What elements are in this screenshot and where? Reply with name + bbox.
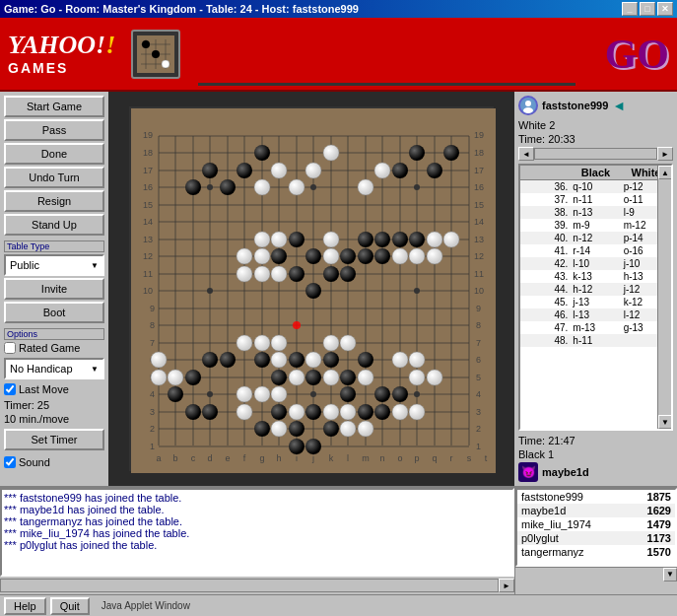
svg-text:19: 19 bbox=[143, 130, 153, 140]
svg-point-165 bbox=[271, 163, 287, 178]
chat-scroll-btn[interactable]: ► bbox=[499, 579, 514, 592]
done-button[interactable]: Done bbox=[4, 143, 104, 165]
chat-message-5: *** p0lyglut has joined the table. bbox=[4, 539, 510, 551]
svg-point-138 bbox=[409, 232, 425, 247]
svg-point-178 bbox=[323, 232, 339, 247]
status-bar: Java Applet Window bbox=[102, 600, 190, 611]
svg-text:7: 7 bbox=[150, 338, 155, 348]
svg-point-162 bbox=[168, 386, 183, 402]
invite-button[interactable]: Invite bbox=[4, 278, 104, 300]
svg-text:o: o bbox=[397, 453, 402, 463]
svg-point-180 bbox=[392, 248, 408, 264]
go-title: GO bbox=[605, 31, 669, 78]
svg-text:8: 8 bbox=[476, 320, 481, 330]
svg-point-154 bbox=[305, 404, 321, 420]
table-type-value: Public bbox=[10, 259, 39, 271]
pass-button[interactable]: Pass bbox=[4, 119, 104, 141]
help-button[interactable]: Help bbox=[4, 597, 46, 615]
table-type-dropdown[interactable]: Public ▼ bbox=[4, 254, 104, 276]
svg-point-163 bbox=[185, 370, 201, 385]
moves-scroll-controls: ◄ ► bbox=[518, 147, 673, 161]
svg-text:4: 4 bbox=[476, 389, 481, 399]
chat-box: *** faststone999 has joined the table. *… bbox=[0, 488, 514, 577]
players-scroll-down[interactable]: ▼ bbox=[663, 568, 677, 582]
svg-text:d: d bbox=[207, 453, 212, 463]
boot-button[interactable]: Boot bbox=[4, 302, 104, 323]
svg-point-149 bbox=[374, 404, 390, 420]
player-name-cell: mike_liu_1974 bbox=[521, 518, 591, 530]
close-button[interactable]: ✕ bbox=[657, 2, 673, 16]
svg-text:k: k bbox=[329, 453, 334, 463]
moves-scrollbar[interactable]: ▲ ▼ bbox=[657, 166, 671, 429]
moves-scroll-up[interactable]: ▲ bbox=[658, 166, 672, 179]
svg-point-133 bbox=[358, 248, 373, 264]
go-board[interactable]: a b c d e f g h i j k l m n o bbox=[129, 106, 494, 471]
svg-point-51 bbox=[414, 184, 420, 190]
handicap-dropdown[interactable]: No Handicap ▼ bbox=[4, 358, 104, 379]
minimize-button[interactable]: _ bbox=[622, 2, 638, 16]
player-name-cell: maybe1d bbox=[521, 505, 566, 516]
stand-up-button[interactable]: Stand Up bbox=[4, 214, 104, 236]
svg-point-153 bbox=[289, 421, 305, 437]
quit-button[interactable]: Quit bbox=[50, 597, 90, 615]
undo-turn-button[interactable]: Undo Turn bbox=[4, 167, 104, 188]
set-timer-button[interactable]: Set Timer bbox=[4, 429, 104, 450]
svg-text:15: 15 bbox=[143, 200, 153, 210]
player-score-cell: 1173 bbox=[647, 532, 671, 544]
svg-text:18: 18 bbox=[143, 148, 153, 158]
handicap-value: No Handicap bbox=[10, 363, 73, 375]
svg-point-143 bbox=[323, 352, 339, 368]
svg-point-136 bbox=[374, 232, 390, 247]
svg-point-50 bbox=[310, 184, 316, 190]
player-score-cell: 1479 bbox=[647, 518, 671, 530]
svg-point-119 bbox=[237, 163, 252, 178]
header-line bbox=[198, 75, 575, 86]
svg-text:17: 17 bbox=[474, 166, 484, 175]
svg-point-57 bbox=[414, 391, 420, 397]
last-move-checkbox[interactable] bbox=[4, 383, 16, 395]
start-game-button[interactable]: Start Game bbox=[4, 96, 104, 117]
move-num: 48. bbox=[520, 334, 570, 347]
svg-point-201 bbox=[254, 386, 270, 402]
player-score-cell: 1629 bbox=[647, 505, 671, 516]
players-scrollbar[interactable]: ▼ bbox=[515, 567, 677, 581]
chat-scrollbar-track[interactable] bbox=[0, 579, 499, 592]
svg-point-172 bbox=[254, 248, 270, 264]
svg-text:15: 15 bbox=[474, 200, 484, 210]
move-black: r-14 bbox=[570, 244, 620, 257]
svg-text:16: 16 bbox=[474, 182, 484, 192]
move-black: m-9 bbox=[570, 219, 620, 232]
scroll-left-button[interactable]: ◄ bbox=[518, 147, 534, 161]
scroll-right-button[interactable]: ► bbox=[657, 147, 673, 161]
svg-point-141 bbox=[289, 352, 305, 368]
player-info: faststone999 ◄ bbox=[518, 96, 673, 115]
moves-scroll-down[interactable]: ▼ bbox=[658, 415, 672, 429]
sound-checkbox[interactable] bbox=[4, 456, 16, 468]
player-row: mike_liu_1974 1479 bbox=[517, 517, 675, 531]
player-avatar bbox=[518, 96, 538, 115]
rated-game-checkbox[interactable] bbox=[4, 342, 16, 354]
players-list: faststone999 1875 maybe1d 1629 mike_liu_… bbox=[514, 488, 677, 594]
player-score-cell: 1570 bbox=[647, 546, 671, 558]
move-black: n-13 bbox=[570, 206, 620, 219]
go-board-icon bbox=[137, 35, 174, 73]
move-black: q-10 bbox=[570, 180, 620, 193]
svg-text:11: 11 bbox=[474, 269, 484, 279]
svg-point-158 bbox=[202, 352, 218, 368]
svg-point-213 bbox=[151, 352, 167, 368]
svg-point-193 bbox=[340, 335, 356, 351]
svg-point-181 bbox=[409, 248, 425, 264]
window-title: Game: Go - Room: Master's Kingdom - Tabl… bbox=[4, 3, 359, 15]
move-black: h-11 bbox=[570, 334, 620, 347]
svg-text:i: i bbox=[296, 453, 298, 463]
maximize-button[interactable]: □ bbox=[640, 2, 655, 16]
svg-point-140 bbox=[271, 370, 287, 385]
svg-point-190 bbox=[305, 352, 321, 368]
yahoo-text: YAHOO!! bbox=[8, 31, 115, 59]
svg-point-137 bbox=[392, 232, 408, 247]
chat-message-2: *** maybe1d has joined the table. bbox=[4, 504, 510, 515]
players-list-inner: faststone999 1875 maybe1d 1629 mike_liu_… bbox=[515, 488, 677, 567]
svg-point-203 bbox=[271, 421, 287, 437]
resign-button[interactable]: Resign bbox=[4, 190, 104, 212]
svg-point-171 bbox=[271, 232, 287, 247]
